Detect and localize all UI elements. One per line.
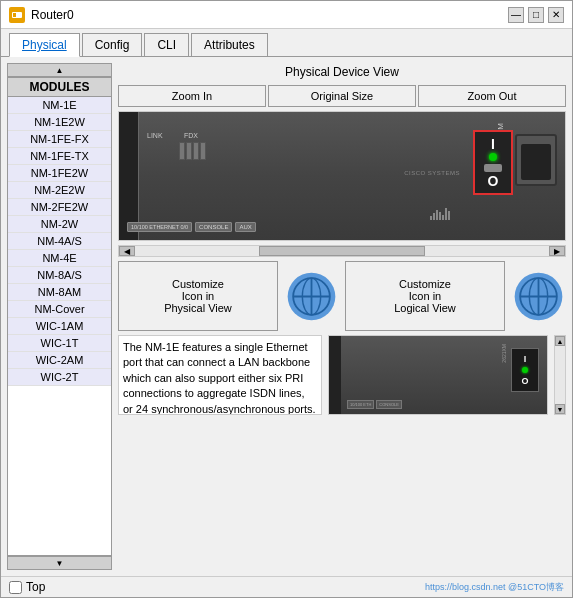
- minimize-button[interactable]: —: [508, 7, 524, 23]
- module-nm-1fe-fx[interactable]: NM-1FE-FX: [8, 131, 111, 148]
- main-window: Router0 — □ ✕ Physical Config CLI Attrib…: [0, 0, 573, 598]
- module-nm-4e[interactable]: NM-4E: [8, 250, 111, 267]
- scroll-track[interactable]: [135, 246, 549, 256]
- title-bar: Router0 — □ ✕: [1, 1, 572, 29]
- scroll-down-arrow[interactable]: ▼: [7, 556, 112, 570]
- top-checkbox-area: Top: [9, 580, 45, 594]
- module-nm-2fe2w[interactable]: NM-2FE2W: [8, 199, 111, 216]
- tab-cli[interactable]: CLI: [144, 33, 189, 56]
- console-label: CONSOLE: [195, 222, 232, 232]
- customize-physical-button[interactable]: Customize Icon in Physical View: [118, 261, 278, 331]
- customize-physical-label: Customize Icon in Physical View: [164, 278, 232, 314]
- module-nm-1e2w[interactable]: NM-1E2W: [8, 114, 111, 131]
- bottom-bar: Top https://blog.csdn.net @51CTO博客: [1, 576, 572, 597]
- restore-button[interactable]: □: [528, 7, 544, 23]
- tabs-bar: Physical Config CLI Attributes: [1, 29, 572, 57]
- watermark: https://blog.csdn.net @51CTO博客: [425, 581, 564, 594]
- router-icon-logical: [511, 269, 566, 324]
- horizontal-scrollbar[interactable]: ◀ ▶: [118, 245, 566, 257]
- module-wic-2am[interactable]: WIC-2AM: [8, 352, 111, 369]
- description-row: The NM-1E features a single Ethernet por…: [118, 335, 566, 415]
- power-toggle[interactable]: [484, 164, 502, 172]
- customize-logical-label: Customize Icon in Logical View: [394, 278, 456, 314]
- description-scrollbar[interactable]: ▲ ▼: [554, 335, 566, 415]
- module-nm-8as[interactable]: NM-8A/S: [8, 267, 111, 284]
- window-title: Router0: [31, 8, 74, 22]
- modules-list[interactable]: NM-1E NM-1E2W NM-1FE-FX NM-1FE-TX NM-1FE…: [7, 97, 112, 556]
- zoom-out-button[interactable]: Zoom Out: [418, 85, 566, 107]
- module-nm-cover[interactable]: NM-Cover: [8, 301, 111, 318]
- module-wic-2t[interactable]: WIC-2T: [8, 369, 111, 386]
- device-view: 10/100 ETHERNET 0/0 CONSOLE AUX LINK FDX…: [118, 111, 566, 241]
- power-i-label: I: [491, 137, 495, 151]
- tab-config[interactable]: Config: [82, 33, 143, 56]
- module-nm-1e[interactable]: NM-1E: [8, 97, 111, 114]
- svg-rect-1: [13, 13, 16, 17]
- description-area: The NM-1E features a single Ethernet por…: [118, 335, 322, 415]
- zoom-in-button[interactable]: Zoom In: [118, 85, 266, 107]
- description-text: The NM-1E features a single Ethernet por…: [123, 341, 316, 415]
- module-wic-1am[interactable]: WIC-1AM: [8, 318, 111, 335]
- left-panel: ▲ MODULES NM-1E NM-1E2W NM-1FE-FX NM-1FE…: [7, 63, 112, 570]
- fdx-label: FDX: [184, 132, 198, 139]
- module-nm-8am[interactable]: NM-8AM: [8, 284, 111, 301]
- close-button[interactable]: ✕: [548, 7, 564, 23]
- wave-bars: [430, 208, 450, 220]
- power-o-label: O: [488, 174, 499, 188]
- scroll-thumb[interactable]: [259, 246, 425, 256]
- fdx-ports: [179, 142, 206, 160]
- router-body: 10/100 ETHERNET 0/0 CONSOLE AUX LINK FDX…: [119, 112, 565, 240]
- link-label: LINK: [147, 132, 163, 139]
- tab-physical[interactable]: Physical: [9, 33, 80, 57]
- zoom-bar: Zoom In Original Size Zoom Out: [118, 85, 566, 107]
- router-icon-physical: [284, 269, 339, 324]
- module-nm-2w[interactable]: NM-2W: [8, 216, 111, 233]
- app-icon: [9, 7, 25, 23]
- scroll-right-btn[interactable]: ▶: [549, 246, 565, 256]
- physical-device-label: Physical Device View: [118, 63, 566, 81]
- port-inner: [521, 144, 551, 180]
- aux-label: AUX: [235, 222, 255, 232]
- module-nm-1fe-tx[interactable]: NM-1FE-TX: [8, 148, 111, 165]
- customize-row: Customize Icon in Physical View Customiz…: [118, 261, 566, 331]
- router-thumbnail: I O 2621XM 10/100 ETH CONSOLE: [328, 335, 548, 415]
- right-panel: Physical Device View Zoom In Original Si…: [118, 63, 566, 570]
- modules-header: MODULES: [7, 77, 112, 97]
- title-bar-left: Router0: [9, 7, 74, 23]
- ports-row: 10/100 ETHERNET 0/0 CONSOLE AUX: [127, 222, 256, 232]
- port-connector[interactable]: [515, 134, 557, 186]
- desc-scroll-down[interactable]: ▼: [555, 404, 565, 414]
- module-wic-1t[interactable]: WIC-1T: [8, 335, 111, 352]
- scroll-up-arrow[interactable]: ▲: [7, 63, 112, 77]
- scroll-left-btn[interactable]: ◀: [119, 246, 135, 256]
- customize-logical-button[interactable]: Customize Icon in Logical View: [345, 261, 505, 331]
- module-nm-4as[interactable]: NM-4A/S: [8, 233, 111, 250]
- module-nm-1fe2w[interactable]: NM-1FE2W: [8, 165, 111, 182]
- module-nm-2e2w[interactable]: NM-2E2W: [8, 182, 111, 199]
- desc-scroll-up[interactable]: ▲: [555, 336, 565, 346]
- original-size-button[interactable]: Original Size: [268, 85, 416, 107]
- top-label: Top: [26, 580, 45, 594]
- tab-attributes[interactable]: Attributes: [191, 33, 268, 56]
- window-controls: — □ ✕: [508, 7, 564, 23]
- power-led: [489, 153, 497, 161]
- top-checkbox[interactable]: [9, 581, 22, 594]
- power-switch-area[interactable]: I O: [473, 130, 513, 195]
- desc-scroll-track: [555, 346, 565, 404]
- cisco-label: CISCO SYSTEMS: [404, 170, 460, 176]
- main-content: ▲ MODULES NM-1E NM-1E2W NM-1FE-FX NM-1FE…: [1, 57, 572, 576]
- ethernet-label: 10/100 ETHERNET 0/0: [127, 222, 192, 232]
